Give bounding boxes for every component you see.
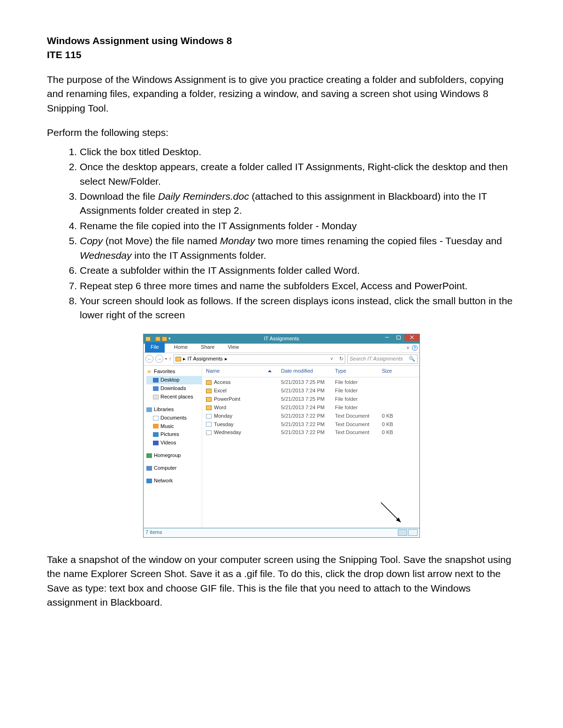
file-date: 5/21/2013 7:22 PM: [281, 429, 335, 436]
step-5: Copy (not Move) the file named Monday tw…: [80, 234, 516, 263]
search-input[interactable]: Search IT Assignments 🔍: [347, 354, 418, 364]
col-date[interactable]: Date modified: [281, 368, 335, 375]
forward-button[interactable]: →: [155, 355, 163, 363]
file-name: PowerPoint: [214, 396, 240, 403]
computer-icon: [146, 466, 152, 471]
recent-icon: [153, 395, 159, 399]
window-title: IT Assignments: [144, 335, 419, 343]
file-type: Text Document: [335, 413, 382, 420]
address-bar[interactable]: ▸ IT Assignments ▸ v ↻: [174, 354, 346, 364]
icons-view-button[interactable]: [408, 529, 418, 536]
pictures-icon: [153, 432, 159, 437]
nav-downloads[interactable]: Downloads: [146, 384, 202, 393]
desktop-icon: [153, 378, 159, 383]
minimize-button[interactable]: [381, 334, 393, 341]
back-button[interactable]: ←: [145, 355, 153, 363]
nav-libraries[interactable]: Libraries: [146, 405, 202, 414]
file-date: 5/21/2013 7:22 PM: [281, 413, 335, 420]
step-4: Rename the file copied into the IT Assig…: [80, 219, 516, 233]
search-placeholder: Search IT Assignments: [350, 355, 403, 363]
step-8: Your screen should look as follows. If t…: [80, 294, 516, 323]
music-icon: [153, 424, 159, 428]
step-2: Once the desktop appears, create a folde…: [80, 160, 516, 188]
col-type[interactable]: Type: [335, 368, 382, 375]
folder-icon: [206, 397, 212, 402]
step-6: Create a subfolder within the IT Assignm…: [80, 263, 516, 278]
nav-desktop[interactable]: Desktop: [146, 376, 202, 384]
document-page: Windows Assignment using Windows 8 ITE 1…: [0, 0, 563, 676]
intro-paragraph: The purpose of the Windows Assignment is…: [47, 73, 516, 115]
file-icon: [206, 414, 212, 419]
file-date: 5/21/2013 7:24 PM: [281, 404, 335, 412]
star-icon: [146, 369, 152, 374]
nav-computer[interactable]: Computer: [146, 464, 202, 473]
file-date: 5/21/2013 7:25 PM: [281, 396, 335, 403]
breadcrumb-sep: ▸: [225, 355, 228, 363]
address-dropdown-icon[interactable]: v: [328, 356, 335, 362]
steps-list: Click the box titled Desktop. Once the d…: [60, 145, 516, 323]
tab-home[interactable]: Home: [170, 342, 191, 353]
maximize-button[interactable]: [393, 334, 404, 341]
help-icon[interactable]: ?: [412, 345, 418, 351]
nav-pictures[interactable]: Pictures: [146, 430, 202, 439]
file-row[interactable]: Access5/21/2013 7:25 PMFile folder: [202, 378, 419, 387]
file-type: Text Document: [335, 421, 382, 428]
file-row[interactable]: PowerPoint5/21/2013 7:25 PMFile folder: [202, 395, 419, 404]
nav-network[interactable]: Network: [146, 477, 202, 485]
recent-locations-icon[interactable]: ▾: [165, 356, 167, 362]
file-type: File folder: [335, 396, 382, 403]
breadcrumb-folder[interactable]: IT Assignments: [188, 355, 223, 363]
up-button[interactable]: ↑: [169, 355, 172, 363]
file-size: 0 KB: [382, 413, 405, 420]
col-size[interactable]: Size: [382, 368, 405, 375]
step-1: Click the box titled Desktop.: [80, 145, 516, 159]
nav-music[interactable]: Music: [146, 422, 202, 431]
libraries-icon: [146, 407, 152, 412]
folder-icon: [206, 380, 212, 385]
file-row[interactable]: Monday5/21/2013 7:22 PMText Document0 KB: [202, 412, 419, 420]
nav-recent-places[interactable]: Recent places: [146, 393, 202, 401]
file-size: 0 KB: [382, 421, 405, 428]
file-icon: [206, 430, 212, 435]
file-name: Access: [214, 379, 230, 386]
nav-homegroup[interactable]: Homegroup: [146, 451, 202, 460]
file-type: File folder: [335, 387, 382, 395]
nav-favorites[interactable]: Favorites: [146, 368, 202, 376]
col-name[interactable]: Name: [206, 368, 281, 375]
file-row[interactable]: Word5/21/2013 7:24 PMFile folder: [202, 404, 419, 412]
network-icon: [146, 479, 152, 483]
details-view-button[interactable]: [398, 529, 407, 536]
nav-videos[interactable]: Videos: [146, 439, 202, 447]
navigation-pane: Favorites Desktop Downloads Recent place…: [144, 366, 202, 528]
file-type: Text Document: [335, 429, 382, 436]
file-name: Excel: [214, 387, 227, 395]
ribbon-collapse-icon[interactable]: v: [407, 345, 409, 352]
step-7: Repeat step 6 three more times and name …: [80, 279, 516, 293]
file-name: Monday: [214, 413, 232, 420]
status-item-count: 7 items: [145, 529, 162, 536]
refresh-icon[interactable]: ↻: [337, 355, 345, 363]
file-row[interactable]: Tuesday5/21/2013 7:22 PMText Document0 K…: [202, 420, 419, 429]
file-row[interactable]: Excel5/21/2013 7:24 PMFile folder: [202, 387, 419, 395]
step-3: Download the file Daily Reminders.doc (a…: [80, 189, 516, 218]
tab-share[interactable]: Share: [197, 342, 218, 353]
file-name: Word: [214, 404, 226, 412]
file-icon: [206, 422, 212, 427]
file-type: File folder: [335, 379, 382, 386]
doc-title-2: ITE 115: [47, 48, 516, 62]
file-date: 5/21/2013 7:22 PM: [281, 421, 335, 428]
file-list-pane: Name Date modified Type Size Access5/21/…: [202, 366, 419, 528]
tab-view[interactable]: View: [224, 342, 243, 353]
file-size: 0 KB: [382, 429, 405, 436]
status-bar: 7 items: [144, 528, 419, 537]
tab-file[interactable]: File: [145, 342, 165, 353]
homegroup-icon: [146, 453, 152, 458]
doc-title-1: Windows Assignment using Windows 8: [47, 34, 516, 48]
nav-documents[interactable]: Documents: [146, 414, 202, 422]
file-row[interactable]: Wednesday5/21/2013 7:22 PMText Document0…: [202, 428, 419, 437]
nav-bar: ← → ▾ ↑ ▸ IT Assignments ▸ v ↻ Search IT…: [144, 353, 419, 366]
close-button[interactable]: [404, 334, 419, 341]
column-headers: Name Date modified Type Size: [202, 366, 419, 377]
outro-paragraph: Take a snapshot of the window on your co…: [47, 553, 516, 610]
ribbon-tabs: File Home Share View v ?: [144, 344, 419, 353]
